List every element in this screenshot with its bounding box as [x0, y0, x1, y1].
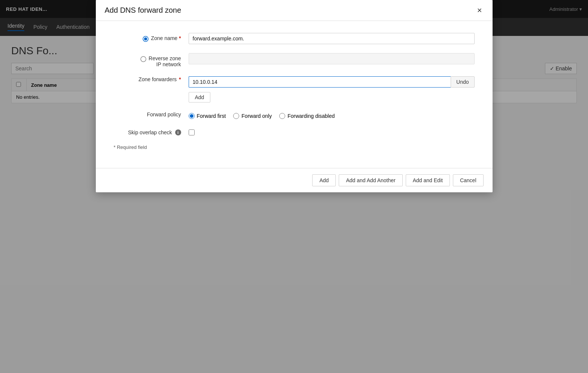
- add-dns-forward-zone-modal: Add DNS forward zone × Zone name *: [96, 0, 493, 192]
- zone-name-row: Zone name *: [114, 33, 475, 44]
- skip-overlap-field-area: [189, 128, 475, 135]
- cancel-button[interactable]: Cancel: [453, 174, 484, 186]
- reverse-zone-label: Reverse zone: [149, 55, 181, 61]
- policy-options-row: Forward first Forward only Forwarding di…: [189, 111, 475, 119]
- zone-forwarders-label-area: Zone forwarders *: [114, 76, 189, 82]
- modal-title: Add DNS forward zone: [105, 6, 182, 15]
- zone-forwarders-field-area: Undo Add: [189, 76, 475, 103]
- reverse-zone-label-area: Reverse zone IP network: [114, 53, 189, 67]
- forward-policy-row: Forward policy Forward first Forward onl…: [114, 111, 475, 119]
- reverse-zone-radio[interactable]: [140, 56, 146, 62]
- forwarding-disabled-radio[interactable]: [279, 113, 285, 119]
- forward-only-radio[interactable]: [233, 113, 239, 119]
- skip-overlap-label-area: Skip overlap check i: [114, 128, 189, 135]
- reverse-zone-field-area: [189, 53, 475, 64]
- add-and-add-another-button[interactable]: Add and Add Another: [339, 174, 402, 186]
- zone-name-label-area: Zone name *: [114, 33, 189, 42]
- forwarder-input-row: Undo: [189, 76, 475, 88]
- zone-forwarders-input[interactable]: [189, 76, 451, 88]
- modal-body: Zone name * Reverse zone IP network: [96, 21, 493, 168]
- zone-name-required-star: *: [179, 35, 181, 41]
- forward-first-label: Forward first: [197, 113, 226, 119]
- modal-header: Add DNS forward zone ×: [96, 0, 493, 21]
- skip-overlap-row: Skip overlap check i: [114, 128, 475, 135]
- forward-policy-label: Forward policy: [147, 111, 181, 117]
- close-button[interactable]: ×: [476, 6, 484, 15]
- forwarder-add-button[interactable]: Add: [189, 92, 211, 103]
- undo-button[interactable]: Undo: [451, 76, 474, 88]
- modal-overlay: Add DNS forward zone × Zone name *: [0, 0, 588, 373]
- svg-point-2: [141, 56, 146, 62]
- forward-policy-label-area: Forward policy: [114, 111, 189, 117]
- ip-network-input[interactable]: [189, 53, 475, 64]
- zone-name-field-area: [189, 33, 475, 44]
- forwarding-disabled-label: Forwarding disabled: [287, 113, 335, 119]
- zone-name-label: Zone name: [151, 35, 177, 41]
- forward-policy-options: Forward first Forward only Forwarding di…: [189, 111, 475, 119]
- forwarding-disabled-option[interactable]: Forwarding disabled: [279, 113, 335, 119]
- svg-point-1: [144, 37, 147, 40]
- zone-name-input[interactable]: [189, 33, 475, 44]
- skip-overlap-checkbox[interactable]: [189, 129, 195, 135]
- forward-only-label: Forward only: [241, 113, 272, 119]
- forward-first-radio[interactable]: [189, 113, 195, 119]
- skip-overlap-label: Skip overlap check: [128, 129, 172, 135]
- zone-forwarders-row: Zone forwarders * Undo Add: [114, 76, 475, 103]
- add-button[interactable]: Add: [312, 174, 336, 186]
- forward-only-option[interactable]: Forward only: [233, 113, 272, 119]
- reverse-zone-row: Reverse zone IP network: [114, 53, 475, 67]
- modal-footer: Add Add and Add Another Add and Edit Can…: [96, 168, 493, 192]
- zone-forwarders-label: Zone forwarders: [138, 76, 177, 82]
- ip-network-label: IP network: [149, 61, 181, 67]
- add-and-edit-button[interactable]: Add and Edit: [406, 174, 450, 186]
- required-note: * Required field: [114, 144, 475, 150]
- zone-forwarders-required-star: *: [179, 76, 181, 82]
- forward-first-option[interactable]: Forward first: [189, 113, 226, 119]
- zone-name-radio[interactable]: [143, 36, 149, 42]
- skip-overlap-checkbox-row: [189, 128, 475, 135]
- info-icon[interactable]: i: [175, 129, 181, 135]
